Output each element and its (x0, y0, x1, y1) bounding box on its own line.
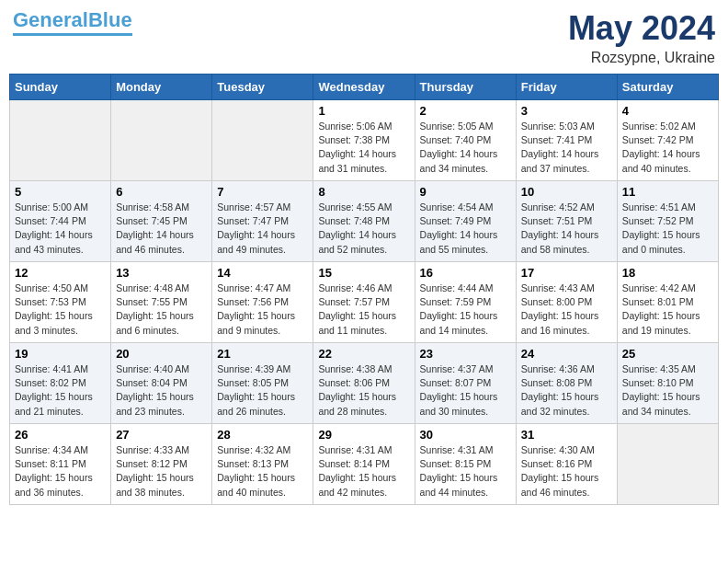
weekday-header-saturday: Saturday (617, 75, 718, 100)
day-info: Sunrise: 5:06 AMSunset: 7:38 PMDaylight:… (318, 120, 409, 176)
title-block: May 2024 Rozsypne, Ukraine (568, 9, 715, 66)
calendar-cell-1-2 (111, 100, 212, 181)
calendar-cell-5-6: 31Sunrise: 4:30 AMSunset: 8:16 PMDayligh… (516, 424, 617, 505)
day-info: Sunrise: 4:42 AMSunset: 8:01 PMDaylight:… (622, 282, 713, 338)
day-number: 30 (420, 428, 511, 442)
day-number: 25 (622, 347, 713, 361)
month-title: May 2024 (568, 9, 715, 48)
calendar-cell-1-4: 1Sunrise: 5:06 AMSunset: 7:38 PMDaylight… (313, 100, 415, 181)
day-number: 13 (116, 266, 207, 280)
calendar-cell-2-7: 11Sunrise: 4:51 AMSunset: 7:52 PMDayligh… (617, 181, 718, 262)
day-info: Sunrise: 4:44 AMSunset: 7:59 PMDaylight:… (420, 282, 511, 338)
day-info: Sunrise: 4:30 AMSunset: 8:16 PMDaylight:… (521, 443, 612, 500)
day-info: Sunrise: 5:05 AMSunset: 7:40 PMDaylight:… (420, 120, 511, 176)
location-title: Rozsypne, Ukraine (568, 50, 715, 66)
weekday-header-thursday: Thursday (415, 75, 516, 100)
logo-blue: Blue (88, 8, 132, 31)
day-number: 11 (622, 185, 713, 199)
day-info: Sunrise: 4:50 AMSunset: 7:53 PMDaylight:… (15, 282, 106, 338)
day-info: Sunrise: 4:37 AMSunset: 8:07 PMDaylight:… (420, 362, 511, 419)
weekday-header-tuesday: Tuesday (212, 75, 313, 100)
day-number: 22 (318, 347, 409, 361)
calendar-cell-4-5: 23Sunrise: 4:37 AMSunset: 8:07 PMDayligh… (415, 343, 516, 424)
page-header: GeneralBlue May 2024 Rozsypne, Ukraine (9, 9, 719, 66)
day-number: 9 (420, 185, 511, 199)
calendar-cell-3-5: 16Sunrise: 4:44 AMSunset: 7:59 PMDayligh… (415, 262, 516, 343)
calendar-table: SundayMondayTuesdayWednesdayThursdayFrid… (9, 74, 719, 505)
day-info: Sunrise: 4:40 AMSunset: 8:04 PMDaylight:… (116, 362, 207, 419)
logo-underline (13, 33, 132, 36)
day-number: 18 (622, 266, 713, 280)
weekday-header-row: SundayMondayTuesdayWednesdayThursdayFrid… (10, 75, 719, 100)
calendar-cell-3-7: 18Sunrise: 4:42 AMSunset: 8:01 PMDayligh… (617, 262, 718, 343)
calendar-cell-2-4: 8Sunrise: 4:55 AMSunset: 7:48 PMDaylight… (313, 181, 415, 262)
calendar-cell-5-2: 27Sunrise: 4:33 AMSunset: 8:12 PMDayligh… (111, 424, 212, 505)
day-info: Sunrise: 4:31 AMSunset: 8:14 PMDaylight:… (318, 443, 409, 500)
day-info: Sunrise: 4:36 AMSunset: 8:08 PMDaylight:… (521, 362, 612, 419)
day-info: Sunrise: 4:39 AMSunset: 8:05 PMDaylight:… (217, 362, 308, 419)
day-info: Sunrise: 4:33 AMSunset: 8:12 PMDaylight:… (116, 443, 207, 500)
day-number: 27 (116, 428, 207, 442)
calendar-cell-4-6: 24Sunrise: 4:36 AMSunset: 8:08 PMDayligh… (516, 343, 617, 424)
calendar-week-row-1: 1Sunrise: 5:06 AMSunset: 7:38 PMDaylight… (10, 100, 719, 181)
logo: GeneralBlue (13, 9, 132, 36)
calendar-cell-4-1: 19Sunrise: 4:41 AMSunset: 8:02 PMDayligh… (10, 343, 111, 424)
calendar-cell-4-3: 21Sunrise: 4:39 AMSunset: 8:05 PMDayligh… (212, 343, 313, 424)
calendar-cell-4-4: 22Sunrise: 4:38 AMSunset: 8:06 PMDayligh… (313, 343, 415, 424)
weekday-header-friday: Friday (516, 75, 617, 100)
day-info: Sunrise: 4:47 AMSunset: 7:56 PMDaylight:… (217, 282, 308, 338)
day-info: Sunrise: 5:03 AMSunset: 7:41 PMDaylight:… (521, 120, 612, 176)
day-info: Sunrise: 4:32 AMSunset: 8:13 PMDaylight:… (217, 443, 308, 500)
calendar-cell-1-5: 2Sunrise: 5:05 AMSunset: 7:40 PMDaylight… (415, 100, 516, 181)
day-number: 19 (15, 347, 106, 361)
day-number: 24 (521, 347, 612, 361)
day-info: Sunrise: 4:57 AMSunset: 7:47 PMDaylight:… (217, 201, 308, 257)
weekday-header-wednesday: Wednesday (313, 75, 415, 100)
day-info: Sunrise: 4:41 AMSunset: 8:02 PMDaylight:… (15, 362, 106, 419)
day-number: 16 (420, 266, 511, 280)
day-info: Sunrise: 4:38 AMSunset: 8:06 PMDaylight:… (318, 362, 409, 419)
day-info: Sunrise: 5:00 AMSunset: 7:44 PMDaylight:… (15, 201, 106, 257)
calendar-week-row-2: 5Sunrise: 5:00 AMSunset: 7:44 PMDaylight… (10, 181, 719, 262)
day-number: 23 (420, 347, 511, 361)
day-info: Sunrise: 4:31 AMSunset: 8:15 PMDaylight:… (420, 443, 511, 500)
day-number: 10 (521, 185, 612, 199)
calendar-cell-4-2: 20Sunrise: 4:40 AMSunset: 8:04 PMDayligh… (111, 343, 212, 424)
day-number: 15 (318, 266, 409, 280)
day-info: Sunrise: 4:43 AMSunset: 8:00 PMDaylight:… (521, 282, 612, 338)
logo-general: General (13, 8, 88, 31)
day-number: 6 (116, 185, 207, 199)
calendar-week-row-5: 26Sunrise: 4:34 AMSunset: 8:11 PMDayligh… (10, 424, 719, 505)
calendar-cell-1-7: 4Sunrise: 5:02 AMSunset: 7:42 PMDaylight… (617, 100, 718, 181)
calendar-cell-3-2: 13Sunrise: 4:48 AMSunset: 7:55 PMDayligh… (111, 262, 212, 343)
calendar-cell-3-1: 12Sunrise: 4:50 AMSunset: 7:53 PMDayligh… (10, 262, 111, 343)
day-number: 21 (217, 347, 308, 361)
calendar-cell-5-5: 30Sunrise: 4:31 AMSunset: 8:15 PMDayligh… (415, 424, 516, 505)
calendar-cell-5-7 (617, 424, 718, 505)
day-info: Sunrise: 4:34 AMSunset: 8:11 PMDaylight:… (15, 443, 106, 500)
day-number: 8 (318, 185, 409, 199)
day-info: Sunrise: 4:58 AMSunset: 7:45 PMDaylight:… (116, 201, 207, 257)
calendar-cell-1-3 (212, 100, 313, 181)
day-number: 31 (521, 428, 612, 442)
day-number: 1 (318, 104, 409, 118)
calendar-cell-3-3: 14Sunrise: 4:47 AMSunset: 7:56 PMDayligh… (212, 262, 313, 343)
calendar-cell-5-1: 26Sunrise: 4:34 AMSunset: 8:11 PMDayligh… (10, 424, 111, 505)
weekday-header-monday: Monday (111, 75, 212, 100)
calendar-cell-2-2: 6Sunrise: 4:58 AMSunset: 7:45 PMDaylight… (111, 181, 212, 262)
day-info: Sunrise: 4:35 AMSunset: 8:10 PMDaylight:… (622, 362, 713, 419)
day-info: Sunrise: 4:52 AMSunset: 7:51 PMDaylight:… (521, 201, 612, 257)
day-info: Sunrise: 4:48 AMSunset: 7:55 PMDaylight:… (116, 282, 207, 338)
calendar-cell-2-3: 7Sunrise: 4:57 AMSunset: 7:47 PMDaylight… (212, 181, 313, 262)
day-number: 7 (217, 185, 308, 199)
day-info: Sunrise: 4:51 AMSunset: 7:52 PMDaylight:… (622, 201, 713, 257)
calendar-cell-3-4: 15Sunrise: 4:46 AMSunset: 7:57 PMDayligh… (313, 262, 415, 343)
calendar-cell-5-4: 29Sunrise: 4:31 AMSunset: 8:14 PMDayligh… (313, 424, 415, 505)
calendar-cell-2-1: 5Sunrise: 5:00 AMSunset: 7:44 PMDaylight… (10, 181, 111, 262)
calendar-cell-5-3: 28Sunrise: 4:32 AMSunset: 8:13 PMDayligh… (212, 424, 313, 505)
day-number: 2 (420, 104, 511, 118)
calendar-cell-1-6: 3Sunrise: 5:03 AMSunset: 7:41 PMDaylight… (516, 100, 617, 181)
calendar-cell-2-6: 10Sunrise: 4:52 AMSunset: 7:51 PMDayligh… (516, 181, 617, 262)
day-info: Sunrise: 4:55 AMSunset: 7:48 PMDaylight:… (318, 201, 409, 257)
weekday-header-sunday: Sunday (10, 75, 111, 100)
